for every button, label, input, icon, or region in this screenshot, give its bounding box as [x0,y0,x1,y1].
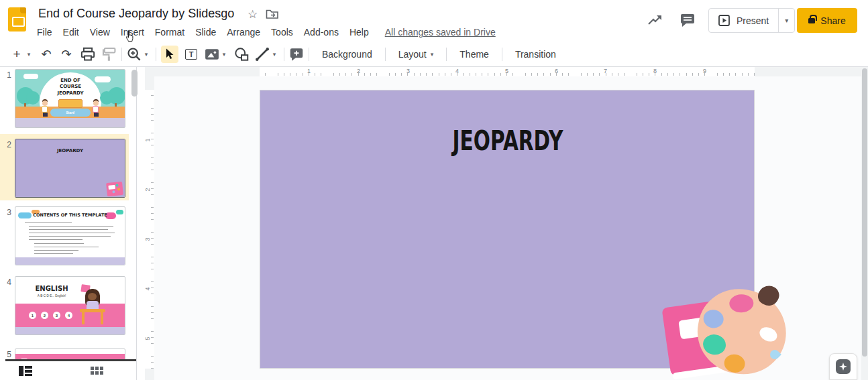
filmstrip-view-button[interactable] [19,366,32,376]
menu-file[interactable]: File [32,25,58,39]
notebook-palette-illustration[interactable] [661,284,795,380]
present-label: Present [737,15,769,26]
thumb3-footer [15,257,125,265]
thumb2-notebook [106,182,123,196]
thumb4-chip: 1 [29,312,36,319]
select-tool-button[interactable] [161,46,178,63]
transition-button[interactable]: Transition [507,46,564,63]
ruler-number: 2 [144,188,151,191]
thumb1-school [58,99,83,108]
slide-number: 1 [5,70,13,80]
thumb3-title: CONTENTS OF THIS TEMPLATE [15,212,125,218]
new-slide-button[interactable]: + [9,46,24,63]
redo-button[interactable]: ↷ [59,46,74,63]
ruler-number: 4 [144,287,151,290]
present-button[interactable]: Present [709,9,778,32]
background-button[interactable]: Background [314,46,380,63]
toolbar-separator [446,48,447,61]
slide-thumbnail-3[interactable]: CONTENTS OF THIS TEMPLATE [15,206,125,265]
print-button[interactable] [80,46,95,63]
zoom-dropdown[interactable]: ▾ [142,46,151,63]
text-box-button[interactable]: T [184,46,199,63]
slide-thumbnail-1[interactable]: Start! END OF COURSE JEOPARDY [15,69,125,128]
paint-format-button[interactable] [102,46,117,63]
top-bar: End of Course Jeopardy by Slidesgo ☆ Fil… [0,0,868,42]
menu-edit[interactable]: Edit [58,25,85,39]
present-dropdown-button[interactable]: ▾ [778,9,794,32]
layout-button[interactable]: Layout ▾ [390,46,442,63]
share-label: Share [820,15,845,26]
canvas-scrollbar-track[interactable] [861,67,868,380]
insert-line-button[interactable] [255,46,270,63]
thumb4-footer [15,327,125,334]
explore-star-icon [839,363,847,371]
slide-thumbnail-4[interactable]: ENGLISH A-B-C-D-E... English! 1 2 3 4 [15,276,125,335]
save-status-link[interactable]: All changes saved in Drive [385,27,496,38]
theme-button[interactable]: Theme [451,46,497,63]
thumb5-band: 1. COMPLETE THE SENTENCE [15,354,125,359]
filmstrip-bottom-bar [0,359,137,380]
thumb1-walkway [15,118,125,128]
slide-number: 2 [5,140,13,149]
toolbar-separator [284,48,284,61]
horizontal-ruler: 1 2 3 4 5 6 7 8 9 [145,67,868,76]
insert-comment-button[interactable] [289,46,304,63]
filmstrip-horizontal-scrollbar[interactable] [5,359,136,361]
comment-history-icon[interactable] [680,13,696,27]
ruler-number: 5 [505,68,508,74]
new-slide-dropdown[interactable]: ▾ [24,46,34,63]
vertical-ruler: 1 2 3 4 5 [145,76,154,380]
thumb4-title: ENGLISH [25,285,78,292]
menu-tools[interactable]: Tools [266,25,299,39]
select-cursor-icon [165,48,174,60]
hand-cursor-icon [125,29,135,43]
thumb4-chip: 4 [65,312,72,319]
insert-image-dropdown[interactable]: ▾ [219,46,229,63]
slide-number: 3 [5,208,13,217]
menu-slide[interactable]: Slide [190,25,221,39]
activity-trend-icon[interactable] [648,14,663,26]
menu-arrange[interactable]: Arrange [221,25,266,39]
ruler-number: 2 [357,68,360,74]
menu-format[interactable]: Format [150,25,190,39]
slide-thumbnail-5[interactable]: 1. COMPLETE THE SENTENCE ➜ [15,349,125,359]
canvas-scrollbar-thumb[interactable] [862,68,867,357]
explore-badge [836,359,851,374]
thumb1-title: END OF COURSE JEOPARDY [40,78,101,97]
google-slides-logo-icon[interactable] [8,7,26,31]
toolbar-separator [385,48,386,61]
grid-view-button[interactable] [91,367,103,376]
ruler-number: 1 [307,68,311,74]
insert-line-dropdown[interactable]: ▾ [270,46,279,63]
slide-number: 4 [5,277,13,287]
undo-button[interactable]: ↶ [39,46,54,63]
document-title[interactable]: End of Course Jeopardy by Slidesgo [38,7,234,21]
menu-bar: File Edit View Insert Format Slide Arran… [32,25,496,40]
ruler-number: 4 [455,68,459,74]
ruler-number: 9 [703,68,706,74]
ruler-number: 3 [144,237,151,241]
menu-help[interactable]: Help [344,25,374,39]
menu-addons[interactable]: Add-ons [299,25,344,39]
layout-label: Layout [398,49,427,60]
slide-title-text[interactable]: JEOPARDY [325,125,691,156]
present-button-group: Present ▾ [708,8,795,33]
ruler-number: 7 [604,68,607,74]
ruler-number: 5 [144,336,151,340]
explore-button[interactable] [829,353,857,380]
slide-thumbnail-2-selected[interactable]: JEOPARDY [15,139,125,198]
present-play-icon [718,15,730,26]
slide-number: 5 [5,350,13,359]
toolbar-separator [121,48,122,61]
ruler-number: 3 [406,68,410,74]
filmstrip-scrollbar-thumb[interactable] [131,70,138,97]
layout-caret-icon: ▾ [431,51,434,58]
ruler-number: 6 [555,68,558,74]
move-folder-icon[interactable] [266,9,279,19]
insert-shape-button[interactable] [234,46,249,63]
share-button[interactable]: Share [797,8,857,33]
zoom-button[interactable] [127,46,142,63]
insert-image-button[interactable] [205,46,219,63]
menu-view[interactable]: View [85,25,115,39]
star-icon[interactable]: ☆ [248,7,258,21]
